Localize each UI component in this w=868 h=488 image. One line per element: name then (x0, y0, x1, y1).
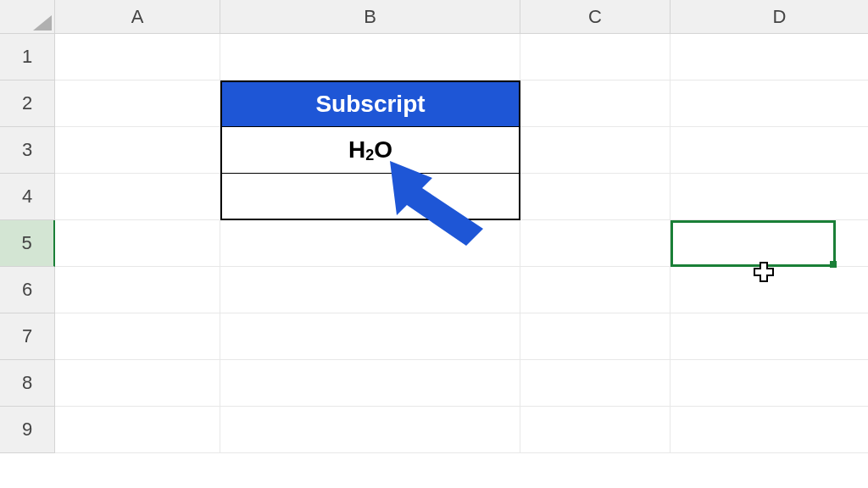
row-header-4[interactable]: 4 (0, 174, 55, 220)
row-header-1[interactable]: 1 (0, 34, 55, 80)
col-header-a[interactable]: A (55, 0, 220, 34)
row-1 (55, 34, 868, 80)
cell-d6[interactable] (670, 267, 868, 313)
cell-c5[interactable] (520, 220, 670, 267)
row-8 (55, 360, 868, 407)
cell-c7[interactable] (520, 313, 670, 360)
cell-c2[interactable] (520, 80, 670, 127)
cell-b2[interactable]: Subscript (220, 80, 520, 127)
cell-b5[interactable] (220, 220, 520, 267)
row-header-8[interactable]: 8 (0, 360, 55, 407)
row-header-5[interactable]: 5 (0, 220, 55, 267)
cell-grid: Subscript H2O (55, 34, 868, 453)
cell-c3[interactable] (520, 127, 670, 174)
spreadsheet: A B C D 1 2 3 4 5 6 7 8 9 Subscript (0, 0, 868, 488)
select-all-corner[interactable] (0, 0, 55, 34)
cell-b7[interactable] (220, 313, 520, 360)
cell-d2[interactable] (670, 80, 868, 127)
cell-a8[interactable] (55, 360, 220, 407)
row-9 (55, 407, 868, 453)
cell-d4[interactable] (670, 174, 868, 220)
formula-part-3: O (374, 136, 392, 164)
cell-d9[interactable] (670, 407, 868, 453)
cell-d1[interactable] (670, 34, 868, 80)
cell-b9[interactable] (220, 407, 520, 453)
row-3: H2O (55, 127, 868, 174)
row-6 (55, 267, 868, 313)
cell-c6[interactable] (520, 267, 670, 313)
cell-b8[interactable] (220, 360, 520, 407)
cell-c4[interactable] (520, 174, 670, 220)
cell-a5[interactable] (55, 220, 220, 267)
cell-d7[interactable] (670, 313, 868, 360)
cell-a7[interactable] (55, 313, 220, 360)
row-header-3[interactable]: 3 (0, 127, 55, 174)
cell-b4[interactable] (220, 174, 520, 220)
formula-subscript: 2 (365, 147, 374, 164)
row-4 (55, 174, 868, 220)
cell-a4[interactable] (55, 174, 220, 220)
column-headers: A B C D (55, 0, 868, 34)
cell-a1[interactable] (55, 34, 220, 80)
col-header-d[interactable]: D (670, 0, 868, 34)
cell-a6[interactable] (55, 267, 220, 313)
cell-c1[interactable] (520, 34, 670, 80)
cell-b3[interactable]: H2O (220, 127, 520, 174)
cell-d5[interactable] (670, 220, 868, 267)
row-2: Subscript (55, 80, 868, 127)
row-header-7[interactable]: 7 (0, 313, 55, 360)
cell-d8[interactable] (670, 360, 868, 407)
cell-b6[interactable] (220, 267, 520, 313)
col-header-c[interactable]: C (520, 0, 670, 34)
row-7 (55, 313, 868, 360)
row-header-2[interactable]: 2 (0, 80, 55, 127)
row-header-6[interactable]: 6 (0, 267, 55, 313)
col-header-b[interactable]: B (220, 0, 520, 34)
cell-c8[interactable] (520, 360, 670, 407)
formula-part-1: H (348, 136, 365, 164)
cell-a9[interactable] (55, 407, 220, 453)
cell-d3[interactable] (670, 127, 868, 174)
cell-c9[interactable] (520, 407, 670, 453)
row-header-9[interactable]: 9 (0, 407, 55, 453)
cell-a2[interactable] (55, 80, 220, 127)
cell-a3[interactable] (55, 127, 220, 174)
row-headers: 1 2 3 4 5 6 7 8 9 (0, 34, 55, 453)
cell-b1[interactable] (220, 34, 520, 80)
row-5 (55, 220, 868, 267)
